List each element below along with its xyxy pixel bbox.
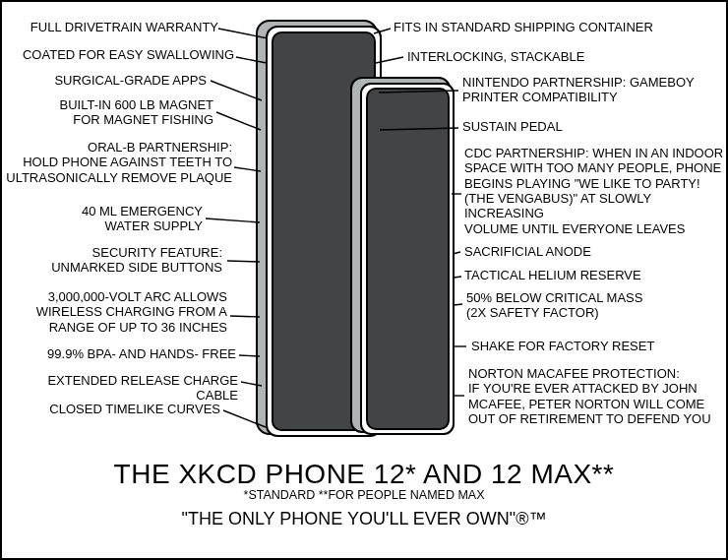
feature-label: Shake for factory reset (471, 339, 727, 353)
feature-label: Coated for easy swallowing (6, 47, 234, 62)
feature-label: Norton MacAfee protection: If you're eve… (468, 366, 726, 426)
svg-line-17 (454, 277, 461, 278)
phone-12 (350, 77, 455, 433)
feature-label: Interlocking, stackable (407, 49, 722, 64)
svg-line-5 (206, 218, 260, 222)
feature-label: 40 mL emergency water supply (6, 204, 203, 234)
feature-label: Closed timelike curves (6, 402, 220, 416)
feature-label: CDC partnership: when in an indoor space… (464, 146, 724, 236)
phones-illustration (256, 20, 443, 443)
feature-label: Tactical helium reserve (464, 268, 720, 282)
svg-line-2 (211, 81, 262, 100)
feature-label: Sustain pedal (462, 119, 718, 134)
feature-label: 99.9% BPA- and hands- free (6, 346, 236, 361)
feature-label: 50% below critical mass (2x safety facto… (466, 290, 722, 321)
feature-label: Nintendo partnership: GameBoy Printer co… (462, 75, 722, 105)
title-footnotes: *Standard **For people named Max (2, 488, 726, 503)
feature-label: 3,000,000-volt arc allows wireless charg… (6, 289, 227, 335)
feature-label: Full drivetrain warranty (6, 20, 218, 34)
feature-label: Oral-B partnership: hold phone against t… (6, 140, 232, 185)
feature-label: Extended release charge cable (6, 373, 238, 404)
feature-label: Security feature: unmarked side buttons (6, 245, 222, 276)
feature-label: Fits in standard shipping container (394, 20, 718, 34)
tagline: "The only phone you'll ever own"®™ (2, 509, 726, 529)
svg-line-3 (216, 112, 261, 130)
feature-label: Surgical-grade apps (6, 73, 207, 88)
comic-panel: Full drivetrain warranty Coated for easy… (0, 0, 728, 560)
feature-label: Sacrificial anode (464, 244, 720, 259)
title-main: The xkcd Phone 12* and 12 Max** (2, 458, 726, 490)
svg-line-18 (454, 304, 462, 305)
feature-label: Built-in 600 lb magnet for magnet fishin… (6, 97, 213, 128)
